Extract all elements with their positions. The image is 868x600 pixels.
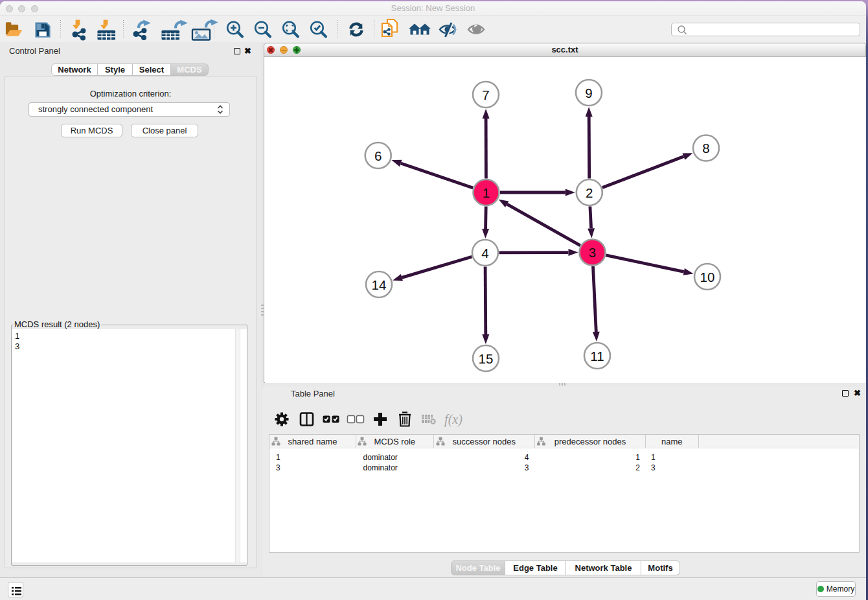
svg-text:2: 2 <box>586 185 593 200</box>
svg-text:7: 7 <box>482 87 489 102</box>
svg-text:6: 6 <box>374 148 382 163</box>
svg-text:10: 10 <box>700 270 715 284</box>
svg-text:8: 8 <box>702 141 709 156</box>
svg-text:f(x): f(x) <box>444 412 463 427</box>
svg-text:3: 3 <box>589 245 596 260</box>
svg-text:11: 11 <box>590 349 604 363</box>
svg-text:1: 1 <box>483 185 490 200</box>
svg-text:4: 4 <box>481 246 488 260</box>
svg-text:15: 15 <box>479 351 494 366</box>
svg-text:14: 14 <box>372 277 387 292</box>
svg-text:9: 9 <box>585 86 592 100</box>
